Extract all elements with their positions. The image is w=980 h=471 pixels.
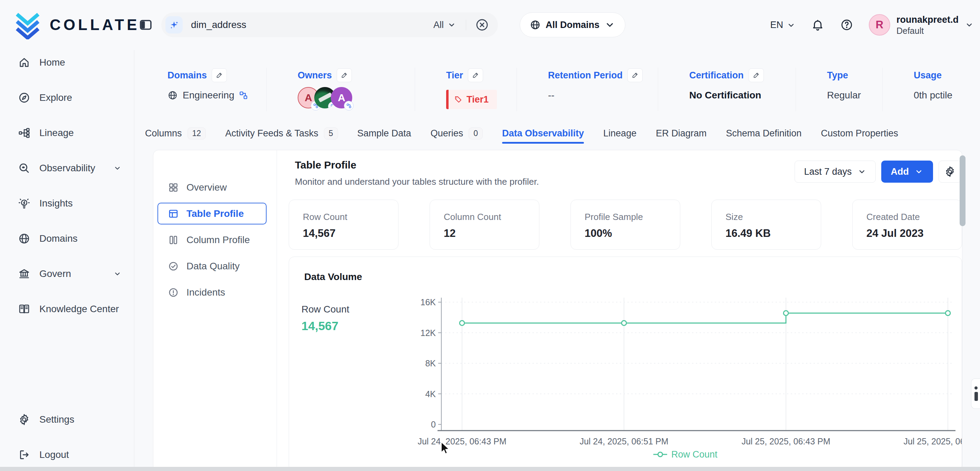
sidebar-item-govern[interactable]: Govern [0,264,134,284]
pencil-icon [215,72,223,79]
sidebar-collapse-button[interactable] [138,18,153,32]
profiler-menu-data-quality[interactable]: Data Quality [158,255,267,277]
collate-logo[interactable]: COLLATE [13,10,140,39]
sidebar-item-insights[interactable]: Insights [0,193,134,214]
chevron-down-icon [447,21,456,29]
edit-retention-period-button[interactable] [627,68,643,82]
entity-col-value: Regular [827,90,882,101]
chevron-down-icon [858,167,866,176]
sidebar-item-label: Settings [39,414,74,425]
entity-header: DomainsEngineeringOwnersAATierTier1Reten… [138,68,974,111]
profiler-menu-column-profile[interactable]: Column Profile [158,229,267,251]
alert-circle-icon [168,287,179,298]
edge-floating-widget[interactable] [971,379,980,409]
sidebar-item-label: Home [39,57,65,68]
sidebar-item-explore[interactable]: Explore [0,88,134,108]
tab-label: ER Diagram [656,128,706,139]
sparkle-icon [169,20,179,30]
all-domains-label: All Domains [546,20,600,30]
entity-col-value: AA [298,90,415,108]
insights-icon [18,197,30,210]
sidebar-item-knowledge-center[interactable]: Knowledge Center [0,299,134,320]
ai-sparkle-chip [165,16,183,33]
profiler-menu-label: Data Quality [186,261,240,272]
scrollbar-thumb[interactable] [959,155,966,226]
global-search[interactable]: All [161,13,498,37]
columns-icon [168,234,179,245]
chevron-down-icon [787,21,795,30]
page-subtitle: Monitor and understand your tables struc… [295,177,539,187]
x-tick-label: Jul 24, 2025, 06:51 PM [579,436,668,446]
tier-chip[interactable]: Tier1 [446,90,497,109]
edit-tier-button[interactable] [468,68,483,82]
search-scope-dropdown[interactable]: All [433,20,466,30]
help-button[interactable] [840,18,854,32]
tab-er-diagram[interactable]: ER Diagram [656,124,706,143]
y-tick-label: 16K [421,297,436,307]
tab-label: Data Observability [502,128,584,139]
tab-label: Sample Data [357,128,411,139]
chevron-down-icon [965,21,974,29]
y-tick-label: 4K [425,389,436,399]
profiler-menu: OverviewTable ProfileColumn ProfileData … [153,150,277,471]
stat-card-size: Size16.49 KB [711,200,821,250]
entity-col-label: Domains [167,70,207,81]
tab-sample-data[interactable]: Sample Data [357,124,411,143]
search-clear-button[interactable] [475,18,489,32]
stat-label: Created Date [866,212,962,223]
profiler-menu-table-profile[interactable]: Table Profile [158,203,267,224]
search-scope-label: All [433,20,444,30]
table-icon [168,208,179,219]
stat-value: 14,567 [303,227,398,240]
tab-queries[interactable]: Queries0 [431,124,483,143]
edit-certification-button[interactable] [749,68,764,82]
time-range-dropdown[interactable]: Last 7 days [795,161,875,183]
sidebar-item-lineage[interactable]: Lineage [0,123,134,143]
entity-col-type: TypeRegular [796,68,883,111]
stat-label: Size [725,212,821,223]
owner-avatar[interactable]: A [331,87,352,108]
tab-count-badge: 12 [188,127,206,140]
tab-count-badge: 5 [324,127,338,140]
compass-icon [18,92,30,104]
govern-icon [18,267,30,280]
tab-columns[interactable]: Columns12 [145,124,206,143]
sidebar-item-observability[interactable]: Observability [0,158,134,178]
sidebar-item-domains[interactable]: Domains [0,228,134,249]
y-tick-label: 0 [431,420,436,429]
entity-col-label: Tier [446,70,463,81]
edit-owners-button[interactable] [337,68,352,82]
sidebar-item-home[interactable]: Home [0,52,134,73]
notifications-button[interactable] [811,18,825,32]
profiler-settings-button[interactable] [939,161,961,183]
tab-custom-properties[interactable]: Custom Properties [821,124,898,143]
tab-lineage[interactable]: Lineage [603,124,636,143]
language-selector[interactable]: EN [770,20,795,30]
profiler-menu-overview[interactable]: Overview [158,177,267,198]
entity-col-value: -- [548,90,658,101]
user-menu[interactable]: R rounakpreet.d Default [869,14,974,35]
profiler-menu-incidents[interactable]: Incidents [158,282,267,303]
legend-item-row-count[interactable]: Row Count [653,449,718,460]
domain-value[interactable]: Engineering [183,90,234,101]
profiler-menu-label: Table Profile [186,208,244,219]
check-circle-icon [168,261,179,272]
tab-schema-definition[interactable]: Schema Definition [726,124,802,143]
chevron-down-icon [915,167,923,176]
sidebar-item-logout[interactable]: Logout [0,444,134,465]
all-domains-filter[interactable]: All Domains [520,13,625,37]
stat-card-row-count: Row Count14,567 [289,200,398,250]
tab-data-observability[interactable]: Data Observability [502,124,584,143]
stat-value: 16.49 KB [725,227,821,240]
add-button[interactable]: Add [881,161,933,183]
chevron-down-icon [113,164,122,172]
top-bar: COLLATE A [0,0,980,50]
gear-icon [18,413,30,426]
sidebar-item-settings[interactable]: Settings [0,409,134,430]
tab-activity-feeds-tasks[interactable]: Activity Feeds & Tasks5 [225,124,338,143]
stat-card-column-count: Column Count12 [430,200,539,250]
pencil-icon [340,72,348,79]
search-input[interactable] [191,19,433,30]
edit-domains-button[interactable] [212,68,227,82]
time-range-label: Last 7 days [804,166,851,177]
